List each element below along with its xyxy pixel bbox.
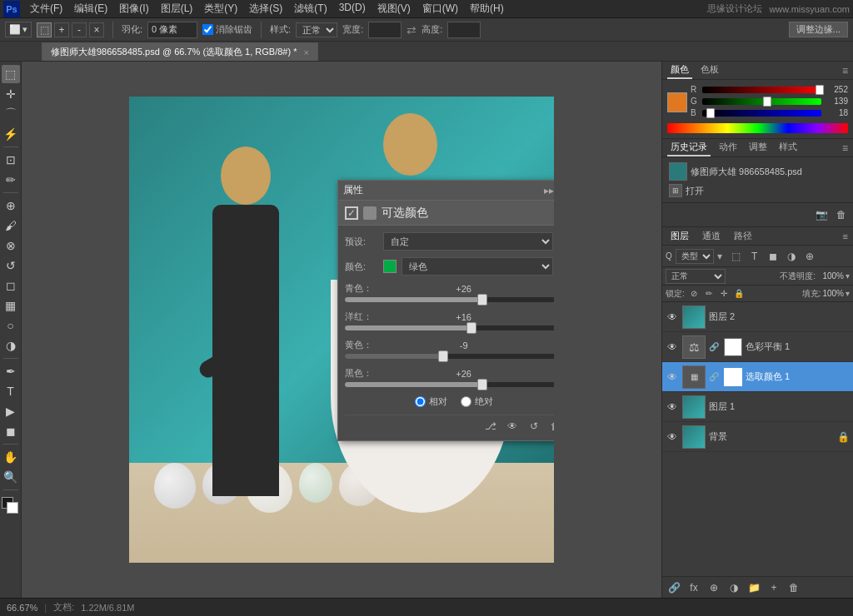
delete-layer-btn[interactable]: 🗑	[786, 579, 802, 596]
tab-close-btn[interactable]: ×	[303, 47, 308, 57]
relative-radio-label[interactable]: 相对	[415, 395, 447, 408]
actions-tab[interactable]: 动作	[716, 139, 741, 156]
layer-item-1[interactable]: 👁 ⚖ 🔗 色彩平衡 1	[662, 332, 853, 362]
lock-transparent-btn[interactable]: ⊘	[688, 288, 700, 300]
channels-tab[interactable]: 通道	[699, 228, 724, 244]
add-style-btn[interactable]: fx	[686, 579, 702, 596]
b-slider-track[interactable]	[702, 110, 821, 117]
layer-vis-1[interactable]: 👁	[666, 340, 679, 354]
color-spectrum[interactable]	[667, 123, 848, 133]
filter-pixel-icon[interactable]: ⬚	[729, 249, 744, 264]
move-tool[interactable]: ✛	[2, 85, 20, 103]
history-tab[interactable]: 历史记录	[667, 139, 711, 156]
spot-heal-tool[interactable]: ⊕	[2, 196, 20, 215]
black-thumb[interactable]	[477, 379, 487, 390]
eye-icon[interactable]: 👁	[505, 419, 520, 434]
shape-tool[interactable]: ◼	[2, 422, 20, 440]
style-select[interactable]: 正常	[296, 22, 337, 37]
history-panel-menu[interactable]: ≡	[842, 142, 848, 154]
props-expand-icon[interactable]: ▸▸	[544, 185, 554, 196]
width-input[interactable]	[368, 22, 402, 38]
color-tab[interactable]: 颜色	[667, 62, 692, 79]
props-visibility-icon[interactable]: ✓	[345, 206, 358, 220]
new-selection-btn[interactable]: ⬚	[37, 22, 52, 37]
layers-tab[interactable]: 图层	[667, 228, 692, 244]
link-layers-btn[interactable]: 🔗	[666, 579, 682, 596]
menu-view[interactable]: 视图(V)	[372, 0, 416, 17]
magenta-track[interactable]	[345, 325, 554, 330]
menu-filter[interactable]: 滤镜(T)	[289, 0, 332, 17]
lasso-tool[interactable]: ⌒	[2, 105, 20, 123]
yellow-track[interactable]	[345, 354, 554, 359]
brush-tool[interactable]: 🖌	[2, 216, 20, 235]
marquee-tool[interactable]: ⬚	[2, 65, 20, 83]
menu-help[interactable]: 帮助(H)	[465, 0, 509, 17]
layer-item-3[interactable]: 👁 图层 1	[662, 392, 853, 422]
layer-vis-4[interactable]: 👁	[666, 430, 679, 444]
relative-radio[interactable]	[415, 396, 426, 407]
layer-item-0[interactable]: 👁 图层 2	[662, 302, 853, 332]
height-input[interactable]	[447, 22, 481, 38]
text-tool[interactable]: T	[2, 382, 20, 400]
r-slider-track[interactable]	[702, 87, 821, 93]
blur-tool[interactable]: ○	[2, 316, 20, 335]
menu-layer[interactable]: 图层(L)	[156, 0, 198, 17]
main-color-swatch[interactable]	[667, 92, 687, 112]
color-select[interactable]: 绿色	[402, 257, 553, 276]
crop-tool[interactable]: ⊡	[2, 151, 20, 169]
refine-edge-button[interactable]: 调整边缘...	[789, 22, 848, 37]
filter-text-icon[interactable]: T	[747, 249, 762, 264]
swap-icon[interactable]: ⇄	[407, 23, 417, 37]
lock-position-btn[interactable]: ✛	[718, 288, 730, 300]
lock-all-btn[interactable]: 🔒	[733, 288, 745, 300]
layers-panel-menu[interactable]: ≡	[843, 231, 848, 241]
add-mask-btn[interactable]: ⊕	[706, 579, 722, 596]
menu-file[interactable]: 文件(F)	[25, 0, 67, 17]
filter-adjustment-icon[interactable]: ◑	[784, 249, 799, 264]
path-selection-tool[interactable]: ▶	[2, 402, 20, 420]
dodge-tool[interactable]: ◑	[2, 336, 20, 355]
menu-3d[interactable]: 3D(D)	[334, 0, 371, 17]
hand-tool[interactable]: ✋	[2, 448, 20, 466]
history-item-1[interactable]: ⊞ 打开	[666, 182, 850, 199]
color-panel-menu[interactable]: ≡	[842, 65, 848, 77]
layer-vis-0[interactable]: 👁	[666, 310, 679, 324]
menu-image[interactable]: 图像(I)	[114, 0, 153, 17]
layer-item-4[interactable]: 👁 背景 🔒	[662, 422, 853, 452]
layer-item-2[interactable]: 👁 ▦ 🔗 选取颜色 1	[662, 362, 853, 392]
menu-select[interactable]: 选择(S)	[244, 0, 287, 17]
background-color[interactable]	[7, 502, 18, 514]
new-group-btn[interactable]: 📁	[746, 579, 762, 596]
layer-vis-3[interactable]: 👁	[666, 400, 679, 414]
foreground-background-colors[interactable]	[2, 497, 20, 515]
zoom-tool[interactable]: 🔍	[2, 468, 20, 486]
intersect-selection-btn[interactable]: ×	[89, 22, 104, 37]
history-brush-tool[interactable]: ↺	[2, 256, 20, 275]
preset-select[interactable]: 自定	[383, 232, 553, 251]
magenta-thumb[interactable]	[466, 322, 476, 334]
new-snapshot-btn[interactable]: 📷	[813, 206, 830, 223]
new-layer-btn[interactable]: +	[766, 579, 782, 596]
delete-history-btn[interactable]: 🗑	[833, 206, 850, 223]
eraser-tool[interactable]: ◻	[2, 276, 20, 295]
menu-type[interactable]: 类型(Y)	[199, 0, 242, 17]
fill-arrows[interactable]: ▾	[846, 289, 850, 298]
absolute-radio[interactable]	[461, 396, 471, 407]
gradient-tool[interactable]: ▦	[2, 296, 20, 315]
cyan-thumb[interactable]	[477, 294, 487, 306]
layer-filter-dropdown[interactable]: ▾	[717, 251, 722, 262]
menu-edit[interactable]: 编辑(E)	[69, 0, 112, 17]
filter-shape-icon[interactable]: ◼	[766, 249, 781, 264]
g-slider-thumb[interactable]	[763, 97, 771, 107]
black-track[interactable]	[345, 382, 554, 387]
delete-icon[interactable]: 🗑	[548, 419, 554, 434]
canvas[interactable]: 属性 ▸▸ ≡ ✓ 可选颜色 预设:	[129, 97, 554, 563]
filter-smart-icon[interactable]: ⊕	[802, 249, 817, 264]
cyan-track[interactable]	[345, 297, 554, 302]
blend-mode-select[interactable]: 正常	[666, 269, 726, 284]
yellow-thumb[interactable]	[438, 350, 448, 362]
menu-window[interactable]: 窗口(W)	[417, 0, 463, 17]
anti-alias-checkbox[interactable]	[202, 24, 213, 35]
subtract-selection-btn[interactable]: -	[72, 22, 87, 37]
add-selection-btn[interactable]: +	[54, 22, 69, 37]
